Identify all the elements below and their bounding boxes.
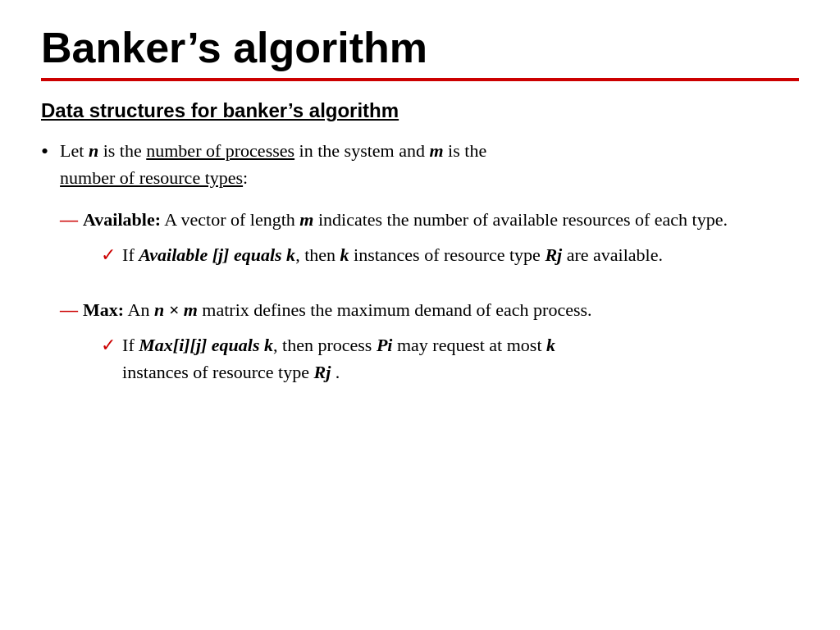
max-text2: matrix defines the maximum demand of eac… <box>198 299 592 320</box>
max-check-if: If <box>122 335 139 355</box>
max-check-rj: Rj <box>313 362 331 382</box>
max-check-mark: ✓ <box>101 331 116 358</box>
available-m: m <box>299 209 313 230</box>
max-dash-content: Max: An n × m matrix defines the maximum… <box>83 296 799 323</box>
max-label: Max: <box>83 299 124 320</box>
max-m: m <box>184 299 198 320</box>
bullet-m: m <box>429 140 443 161</box>
bullet-text-let: Let <box>60 140 89 161</box>
available-check-item: ✓ If Available [j] equals k, then k inst… <box>101 241 799 268</box>
available-check-mark: ✓ <box>101 241 116 268</box>
spacer <box>60 283 799 296</box>
sub-items: — Available: A vector of length m indica… <box>60 206 799 386</box>
max-n: n <box>154 299 164 320</box>
max-text-an: An <box>124 299 154 320</box>
bullet-processes: number of processes <box>146 140 294 161</box>
slide-title: Banker’s algorithm <box>41 25 799 71</box>
available-check-if: If <box>122 244 139 265</box>
available-dash-content: Available: A vector of length m indicate… <box>83 206 799 233</box>
available-check-rj: Rj <box>545 244 562 265</box>
bullet-content-1: Let n is the number of processes in the … <box>60 137 799 400</box>
available-check-sub: ✓ If Available [j] equals k, then k inst… <box>101 241 799 268</box>
available-check-then: , then <box>295 244 340 265</box>
available-text2: indicates the number of available resour… <box>313 209 728 230</box>
max-check-final: . <box>331 362 340 382</box>
available-check-content: If Available [j] equals k, then k instan… <box>122 241 799 268</box>
max-check-then: , then process <box>273 335 377 355</box>
max-times: × <box>164 299 184 320</box>
available-dash-item: — Available: A vector of length m indica… <box>60 206 799 233</box>
available-dash-symbol: — <box>60 206 78 233</box>
bullet-dot: • <box>41 135 48 167</box>
available-check-k: k <box>340 244 349 265</box>
available-group: — Available: A vector of length m indica… <box>60 206 799 268</box>
max-check-instances: instances of resource type <box>122 362 313 382</box>
max-check-sub: ✓ If Max[i][j] equals k, then process Pi… <box>101 331 799 386</box>
available-check-instances: instances of resource type <box>349 244 546 265</box>
bullet-text-in: in the system and <box>294 140 429 161</box>
available-check-final: are available. <box>562 244 663 265</box>
bullet-item-1: • Let n is the number of processes in th… <box>41 137 799 400</box>
max-check-pi: Pi <box>377 335 393 355</box>
max-dash-symbol: — <box>60 296 78 323</box>
bullet-resource-types: number of resource types <box>60 167 243 188</box>
bullet-text-is: is the <box>98 140 146 161</box>
bullet-colon: : <box>243 167 248 188</box>
max-check-mid2: may request at most <box>392 335 546 355</box>
max-dash-item: — Max: An n × m matrix defines the maxim… <box>60 296 799 323</box>
bullet-text-is2: is the <box>444 140 487 161</box>
max-check-item: ✓ If Max[i][j] equals k, then process Pi… <box>101 331 799 386</box>
available-label: Available: <box>83 209 161 230</box>
section-heading: Data structures for banker’s algorithm <box>41 99 799 122</box>
available-check-italic: Available [j] equals k <box>139 244 295 265</box>
available-text: A vector of length <box>161 209 299 230</box>
max-check-italic: Max[i][j] equals k <box>139 335 273 355</box>
max-check-k: k <box>546 335 555 355</box>
max-check-content: If Max[i][j] equals k, then process Pi m… <box>122 331 799 386</box>
slide-container: Banker’s algorithm Data structures for b… <box>0 0 840 630</box>
red-divider <box>41 78 799 81</box>
max-group: — Max: An n × m matrix defines the maxim… <box>60 296 799 386</box>
bullet-list: • Let n is the number of processes in th… <box>41 137 799 400</box>
bullet-n: n <box>89 140 98 161</box>
